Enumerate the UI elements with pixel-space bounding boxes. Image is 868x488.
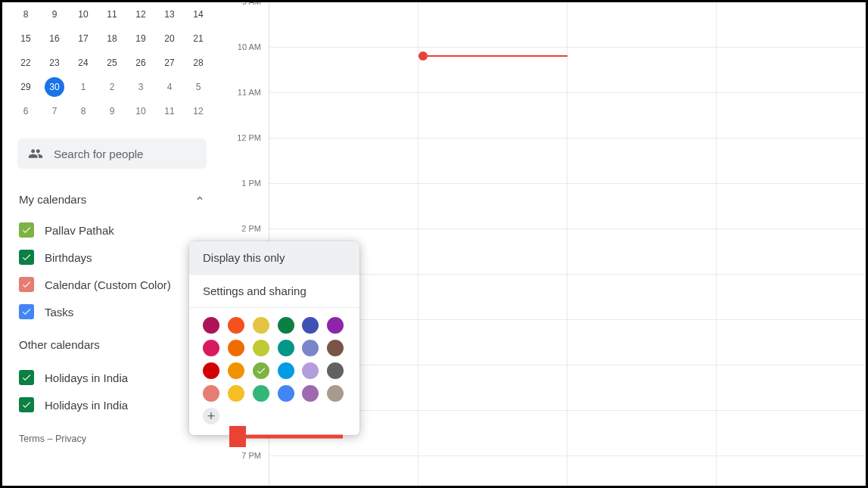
color-swatch[interactable] (278, 385, 294, 402)
time-label: 1 PM (222, 184, 261, 229)
mini-cal-day[interactable]: 24 (69, 51, 98, 75)
mini-cal-day[interactable]: 22 (11, 51, 40, 75)
calendar-checkbox[interactable] (19, 277, 34, 292)
mini-cal-day[interactable]: 17 (69, 26, 98, 51)
color-swatch[interactable] (253, 385, 269, 402)
mini-cal-day[interactable]: 6 (11, 99, 40, 123)
color-swatch[interactable] (278, 317, 294, 334)
time-label: 10 AM (222, 48, 261, 93)
mini-cal-day[interactable]: 10 (126, 99, 155, 123)
calendar-item[interactable]: Tasks (11, 298, 213, 325)
calendar-item[interactable]: Holidays in India (11, 391, 213, 418)
other-calendars-header[interactable]: Other calendars (8, 327, 216, 362)
color-swatch[interactable] (203, 385, 219, 402)
calendar-checkbox[interactable] (19, 250, 34, 265)
mini-cal-day[interactable]: 21 (184, 26, 213, 51)
mini-cal-day[interactable]: 9 (40, 2, 69, 26)
mini-cal-day[interactable]: 20 (155, 26, 184, 51)
menu-settings-sharing[interactable]: Settings and sharing (189, 275, 359, 307)
my-calendars-header[interactable]: My calendars (8, 184, 216, 215)
mini-cal-day[interactable]: 30 (45, 77, 64, 97)
mini-cal-day[interactable]: 8 (69, 99, 98, 123)
mini-cal-day[interactable]: 18 (98, 26, 126, 51)
calendar-label: Holidays in India (45, 371, 128, 384)
search-people[interactable]: Search for people (17, 138, 207, 169)
mini-cal-day[interactable]: 9 (98, 99, 126, 123)
calendar-item[interactable]: Pallav Pathak (11, 216, 213, 244)
color-swatch[interactable] (278, 340, 294, 356)
mini-cal-day[interactable]: 29 (11, 75, 40, 99)
calendar-label: Holidays in India (45, 399, 128, 412)
mini-cal-day[interactable]: 4 (155, 75, 184, 99)
color-swatch[interactable] (302, 317, 319, 334)
mini-cal-day[interactable]: 16 (40, 26, 69, 51)
mini-cal-day[interactable]: 12 (126, 2, 155, 26)
chevron-up-icon[interactable] (191, 190, 208, 209)
calendar-checkbox[interactable] (19, 370, 34, 385)
calendar-checkbox[interactable] (19, 222, 34, 238)
calendar-item[interactable]: Holidays in India (11, 364, 213, 391)
color-swatch[interactable] (228, 385, 244, 402)
mini-cal-day[interactable]: 25 (98, 51, 126, 75)
mini-cal-day[interactable]: 2 (98, 75, 126, 99)
mini-cal-day[interactable]: 27 (155, 51, 184, 75)
color-swatch[interactable] (203, 362, 219, 379)
color-swatch[interactable] (228, 317, 244, 334)
menu-display-only[interactable]: Display this only (189, 241, 359, 274)
day-column[interactable] (568, 2, 717, 486)
mini-cal-day[interactable]: 5 (184, 75, 213, 99)
day-column[interactable] (717, 2, 866, 486)
plus-icon: + (207, 409, 216, 423)
mini-cal-day[interactable]: 10 (69, 2, 98, 26)
calendar-label: Pallav Pathak (45, 224, 114, 237)
mini-cal-day[interactable]: 19 (126, 26, 155, 51)
color-swatch[interactable] (228, 340, 244, 356)
terms-link[interactable]: Terms (19, 434, 45, 444)
my-calendars-list: Pallav PathakBirthdaysCalendar (Custom C… (8, 215, 216, 327)
calendar-item[interactable]: Calendar (Custom Color) (11, 271, 213, 298)
privacy-link[interactable]: Privacy (55, 434, 86, 444)
color-swatch[interactable] (327, 362, 344, 379)
color-swatch[interactable] (253, 340, 269, 356)
color-swatch[interactable] (203, 340, 219, 356)
search-placeholder: Search for people (54, 148, 143, 160)
mini-cal-day[interactable]: 7 (40, 99, 69, 123)
mini-cal-day[interactable]: 11 (155, 99, 184, 123)
color-swatch[interactable] (253, 362, 269, 379)
color-swatch[interactable] (327, 317, 344, 334)
color-swatch[interactable] (203, 317, 219, 334)
time-label: 11 AM (222, 93, 261, 138)
add-custom-color-button[interactable]: + (203, 408, 219, 424)
calendar-checkbox[interactable] (19, 397, 34, 412)
other-calendars-list: Holidays in IndiaHolidays in India (8, 362, 216, 420)
check-icon (21, 225, 32, 235)
time-label: 12 PM (222, 138, 261, 184)
section-title: Other calendars (19, 338, 100, 351)
calendar-checkbox[interactable] (19, 304, 34, 319)
mini-cal-day[interactable]: 12 (184, 99, 213, 123)
calendar-item[interactable]: Birthdays (11, 244, 213, 271)
mini-cal-day[interactable]: 23 (40, 51, 69, 75)
mini-cal-day[interactable]: 13 (155, 2, 184, 26)
color-swatch[interactable] (302, 362, 319, 379)
color-swatch[interactable] (253, 317, 269, 334)
color-swatch[interactable] (302, 385, 319, 402)
color-swatch[interactable] (327, 340, 344, 356)
mini-cal-day[interactable]: 11 (98, 2, 126, 26)
mini-cal-day[interactable]: 1 (69, 75, 98, 99)
color-swatch[interactable] (302, 340, 319, 356)
mini-cal-day[interactable]: 15 (11, 26, 40, 51)
check-icon (256, 365, 266, 376)
color-swatch[interactable] (327, 385, 344, 402)
color-swatch[interactable] (228, 362, 244, 379)
mini-cal-day[interactable]: 28 (184, 51, 213, 75)
color-swatch[interactable] (278, 362, 294, 379)
mini-cal-day[interactable]: 8 (11, 2, 40, 26)
color-picker (189, 308, 359, 403)
check-icon (21, 279, 32, 290)
mini-cal-day[interactable]: 14 (184, 2, 213, 26)
mini-cal-day[interactable]: 3 (126, 75, 155, 99)
people-icon (28, 146, 43, 161)
mini-cal-day[interactable]: 26 (126, 51, 155, 75)
day-column[interactable] (418, 2, 568, 486)
